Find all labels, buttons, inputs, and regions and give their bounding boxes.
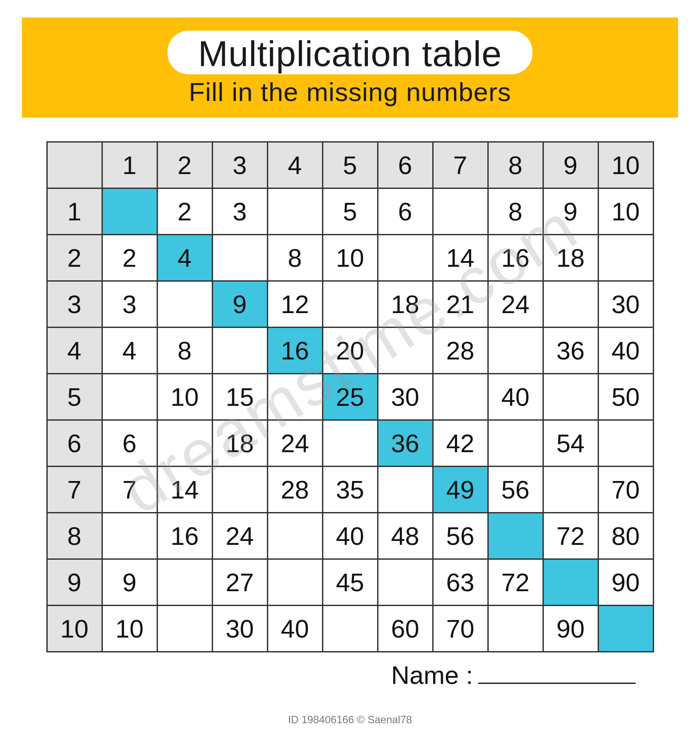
blank-cell[interactable] <box>322 606 378 652</box>
blank-cell[interactable] <box>598 606 653 652</box>
name-row: Name : <box>47 660 653 690</box>
row-header: 7 <box>47 467 102 513</box>
blank-cell[interactable] <box>488 328 543 374</box>
blank-cell[interactable] <box>543 467 598 513</box>
row-header: 3 <box>47 281 102 328</box>
blank-cell[interactable] <box>157 281 212 328</box>
filled-cell: 15 <box>212 374 267 420</box>
filled-cell: 30 <box>212 606 267 652</box>
blank-cell[interactable] <box>488 606 543 652</box>
blank-cell[interactable] <box>433 188 488 235</box>
blank-cell[interactable] <box>102 513 157 559</box>
filled-cell: 2 <box>102 235 157 281</box>
blank-cell[interactable] <box>322 420 378 467</box>
row-header: 8 <box>47 513 102 559</box>
filled-cell: 6 <box>102 420 157 467</box>
filled-cell: 63 <box>433 559 488 606</box>
filled-cell: 9 <box>102 559 157 606</box>
column-header: 6 <box>378 142 433 188</box>
filled-cell: 16 <box>157 513 212 559</box>
filled-cell: 49 <box>433 467 488 513</box>
filled-cell: 24 <box>212 513 267 559</box>
blank-cell[interactable] <box>378 467 433 513</box>
blank-cell[interactable] <box>598 235 653 281</box>
filled-cell: 36 <box>378 420 433 467</box>
blank-cell[interactable] <box>378 328 433 374</box>
blank-cell[interactable] <box>378 235 433 281</box>
filled-cell: 25 <box>322 374 378 420</box>
column-header: 3 <box>212 142 267 188</box>
filled-cell: 18 <box>543 235 598 281</box>
worksheet-title: Multiplication table <box>198 33 502 74</box>
blank-cell[interactable] <box>102 374 157 420</box>
multiplication-table: 1234567891012356891022481014161833912182… <box>46 141 654 652</box>
column-header: 4 <box>267 142 322 188</box>
filled-cell: 72 <box>488 559 543 606</box>
filled-cell: 2 <box>157 188 212 235</box>
filled-cell: 70 <box>598 467 653 513</box>
column-header: 2 <box>157 142 212 188</box>
filled-cell: 90 <box>543 606 598 652</box>
filled-cell: 3 <box>102 281 157 328</box>
blank-cell[interactable] <box>543 559 598 606</box>
filled-cell: 35 <box>322 467 378 513</box>
filled-cell: 16 <box>488 235 543 281</box>
blank-cell[interactable] <box>267 513 322 559</box>
filled-cell: 8 <box>267 235 322 281</box>
filled-cell: 45 <box>322 559 378 606</box>
blank-cell[interactable] <box>488 513 543 559</box>
blank-cell[interactable] <box>102 188 157 235</box>
blank-cell[interactable] <box>212 467 267 513</box>
filled-cell: 40 <box>322 513 378 559</box>
filled-cell: 56 <box>433 513 488 559</box>
blank-cell[interactable] <box>157 420 212 467</box>
blank-cell[interactable] <box>433 374 488 420</box>
column-header: 7 <box>433 142 488 188</box>
filled-cell: 3 <box>212 188 267 235</box>
blank-cell[interactable] <box>267 374 322 420</box>
blank-cell[interactable] <box>267 559 322 606</box>
blank-cell[interactable] <box>543 374 598 420</box>
column-header: 9 <box>543 142 598 188</box>
row-header: 9 <box>47 559 102 606</box>
filled-cell: 4 <box>102 328 157 374</box>
filled-cell: 8 <box>488 188 543 235</box>
filled-cell: 18 <box>378 281 433 328</box>
row-header: 6 <box>47 420 102 467</box>
column-header: 5 <box>322 142 378 188</box>
table-container: 1234567891012356891022481014161833912182… <box>22 141 678 690</box>
blank-cell[interactable] <box>212 235 267 281</box>
blank-cell[interactable] <box>488 420 543 467</box>
filled-cell: 7 <box>102 467 157 513</box>
filled-cell: 16 <box>267 328 322 374</box>
blank-cell[interactable] <box>378 559 433 606</box>
filled-cell: 28 <box>267 467 322 513</box>
blank-cell[interactable] <box>157 606 212 652</box>
filled-cell: 12 <box>267 281 322 328</box>
filled-cell: 40 <box>267 606 322 652</box>
filled-cell: 20 <box>322 328 378 374</box>
filled-cell: 80 <box>598 513 653 559</box>
filled-cell: 14 <box>157 467 212 513</box>
filled-cell: 90 <box>598 559 653 606</box>
filled-cell: 60 <box>378 606 433 652</box>
filled-cell: 10 <box>157 374 212 420</box>
filled-cell: 72 <box>543 513 598 559</box>
blank-cell[interactable] <box>267 188 322 235</box>
name-input-line[interactable] <box>478 663 636 684</box>
filled-cell: 8 <box>157 328 212 374</box>
filled-cell: 56 <box>488 467 543 513</box>
filled-cell: 18 <box>212 420 267 467</box>
filled-cell: 36 <box>543 328 598 374</box>
worksheet-subtitle: Fill in the missing numbers <box>189 77 511 107</box>
filled-cell: 70 <box>433 606 488 652</box>
filled-cell: 10 <box>322 235 378 281</box>
blank-cell[interactable] <box>157 559 212 606</box>
filled-cell: 10 <box>102 606 157 652</box>
blank-cell[interactable] <box>598 420 653 467</box>
blank-cell[interactable] <box>322 281 378 328</box>
filled-cell: 27 <box>212 559 267 606</box>
filled-cell: 6 <box>378 188 433 235</box>
blank-cell[interactable] <box>212 328 267 374</box>
blank-cell[interactable] <box>543 281 598 328</box>
